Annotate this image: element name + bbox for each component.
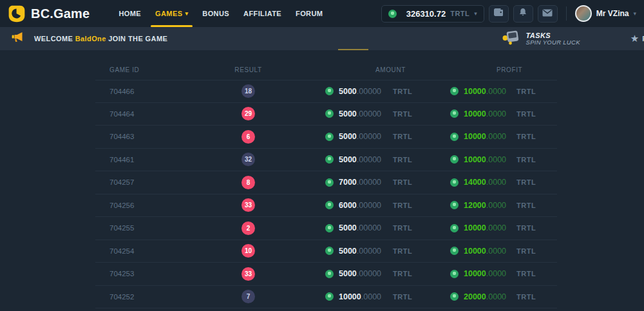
profit-dec: .0000 [486, 155, 506, 164]
profit-currency: TRTL [516, 247, 536, 255]
nav-affiliate[interactable]: AFFILIATE [236, 0, 289, 27]
amount-int: 5000 [339, 247, 357, 256]
trtl-coin-icon [325, 270, 334, 278]
top-navigation-bar: BC.Game HOME GAMES▾ BONUS AFFILIATE FORU… [0, 0, 644, 27]
profit-currency: TRTL [516, 270, 536, 278]
amount-int: 5000 [339, 87, 357, 96]
brand-name: BC.Game [31, 6, 90, 21]
nav-games[interactable]: GAMES▾ [148, 0, 195, 27]
profit-dec: .0000 [486, 292, 506, 301]
amount-int: 7000 [339, 178, 357, 187]
profit-dec: .0000 [486, 223, 506, 232]
game-id-cell: 704257 [95, 178, 211, 186]
nav-bonus[interactable]: BONUS [195, 0, 236, 27]
chevron-down-icon: ▾ [185, 10, 188, 17]
game-id-cell: 704464 [95, 110, 211, 118]
profit-int: 10000 [464, 132, 486, 141]
result-cell: 10 [211, 244, 285, 258]
main-nav: HOME GAMES▾ BONUS AFFILIATE FORUM [111, 0, 330, 27]
result-badge: 2 [242, 221, 255, 235]
game-id-cell: 704461 [95, 156, 211, 164]
profit-cell: 12000.0000 TRTL [427, 201, 557, 210]
result-badge: 18 [242, 84, 255, 98]
trtl-coin-icon [450, 247, 459, 255]
table-row[interactable]: 704254 10 5000.00000 TRTL 10000.0000 TRT… [95, 240, 557, 263]
profit-int: 12000 [464, 201, 486, 210]
bcgame-logo-icon [8, 5, 26, 23]
tasks-dice-icon [502, 30, 521, 48]
result-cell: 2 [211, 221, 285, 235]
header-result: RESULT [211, 66, 285, 73]
table-row[interactable]: 704256 33 6000.00000 TRTL 12000.0000 TRT… [95, 194, 557, 218]
balance-selector[interactable]: 326310.72 TRTL ▾ [381, 5, 484, 23]
amount-cell: 10000.0000 TRTL [285, 292, 427, 301]
amount-cell: 6000.00000 TRTL [285, 201, 427, 210]
amount-dec: .00000 [357, 223, 381, 232]
profit-int: 10000 [464, 109, 486, 118]
game-id-cell: 704463 [95, 133, 211, 140]
table-row[interactable]: 704255 2 5000.00000 TRTL 10000.0000 TRTL [95, 217, 557, 240]
profit-int: 14000 [464, 178, 486, 187]
table-row[interactable]: 704257 8 7000.00000 TRTL 14000.0000 TRTL [95, 171, 557, 194]
amount-dec: .0000 [361, 292, 381, 301]
profit-cell: 10000.0000 TRTL [427, 247, 557, 256]
banner-scroll-indicator [338, 49, 368, 50]
table-row[interactable]: 704464 29 5000.00000 TRTL 10000.0000 TRT… [95, 103, 557, 126]
table-row[interactable]: 704252 7 10000.0000 TRTL 20000.0000 TRTL [95, 286, 557, 309]
table-row[interactable]: 704461 32 5000.00000 TRTL 10000.0000 TRT… [95, 149, 557, 172]
amount-cell: 5000.00000 TRTL [285, 132, 427, 141]
result-cell: 7 [211, 290, 285, 303]
amount-cell: 5000.00000 TRTL [285, 109, 427, 118]
welcome-text: WELCOME BaldOne JOIN THE GAME [34, 35, 167, 42]
table-row[interactable]: 704463 6 5000.00000 TRTL 10000.0000 TRTL [95, 126, 557, 149]
result-badge: 6 [242, 130, 255, 144]
profit-cell: 10000.0000 TRTL [427, 109, 557, 118]
trtl-coin-icon [450, 109, 459, 118]
avatar [575, 5, 592, 22]
profit-dec: .0000 [486, 132, 506, 141]
amount-currency: TRTL [393, 247, 412, 255]
main-content: GAME ID RESULT AMOUNT PROFIT 704466 18 5… [0, 50, 644, 308]
profit-dec: .0000 [486, 178, 506, 187]
trtl-coin-icon [325, 292, 334, 301]
amount-dec: .00000 [357, 247, 381, 256]
nav-forum[interactable]: FORUM [289, 0, 330, 27]
profit-int: 10000 [464, 87, 486, 96]
notifications-button[interactable] [513, 5, 533, 23]
table-header-row: GAME ID RESULT AMOUNT PROFIT [95, 59, 557, 80]
profit-cell: 14000.0000 TRTL [427, 178, 557, 187]
tasks-link[interactable]: TASKS SPIN YOUR LUCK [502, 30, 580, 48]
amount-cell: 5000.00000 TRTL [285, 247, 427, 256]
profit-cell: 10000.0000 TRTL [427, 87, 557, 96]
profit-int: 10000 [464, 223, 486, 232]
favorites-link[interactable]: ★ F [630, 33, 644, 44]
profit-int: 20000 [464, 292, 486, 301]
brand-logo[interactable]: BC.Game [8, 5, 90, 23]
result-cell: 32 [211, 153, 285, 166]
amount-cell: 5000.00000 TRTL [285, 223, 427, 232]
table-row[interactable]: 704253 33 5000.00000 TRTL 10000.0000 TRT… [95, 263, 557, 286]
trtl-coin-icon [325, 87, 334, 95]
game-id-cell: 704254 [95, 247, 211, 255]
amount-dec: .00000 [357, 87, 381, 96]
user-menu[interactable]: Mr VZina ▾ [575, 5, 636, 22]
tasks-text: TASKS SPIN YOUR LUCK [526, 32, 580, 46]
profit-int: 10000 [464, 269, 486, 278]
profit-dec: .0000 [486, 201, 506, 210]
nav-home[interactable]: HOME [111, 0, 148, 27]
trtl-coin-icon [325, 178, 334, 187]
wallet-button[interactable] [489, 5, 509, 23]
balance-amount: 326310.72 [406, 9, 446, 19]
header-profit: PROFIT [427, 66, 557, 73]
profit-cell: 10000.0000 TRTL [427, 155, 557, 164]
amount-currency: TRTL [393, 110, 412, 118]
messages-button[interactable] [538, 5, 558, 23]
amount-dec: .00000 [357, 109, 381, 118]
trtl-coin-icon [450, 270, 459, 278]
table-row[interactable]: 704466 18 5000.00000 TRTL 10000.0000 TRT… [95, 80, 557, 103]
trtl-coin-icon [450, 178, 459, 187]
amount-currency: TRTL [393, 133, 412, 140]
trtl-coin-icon [450, 133, 459, 141]
amount-cell: 5000.00000 TRTL [285, 269, 427, 278]
chevron-down-icon: ▾ [633, 10, 636, 17]
